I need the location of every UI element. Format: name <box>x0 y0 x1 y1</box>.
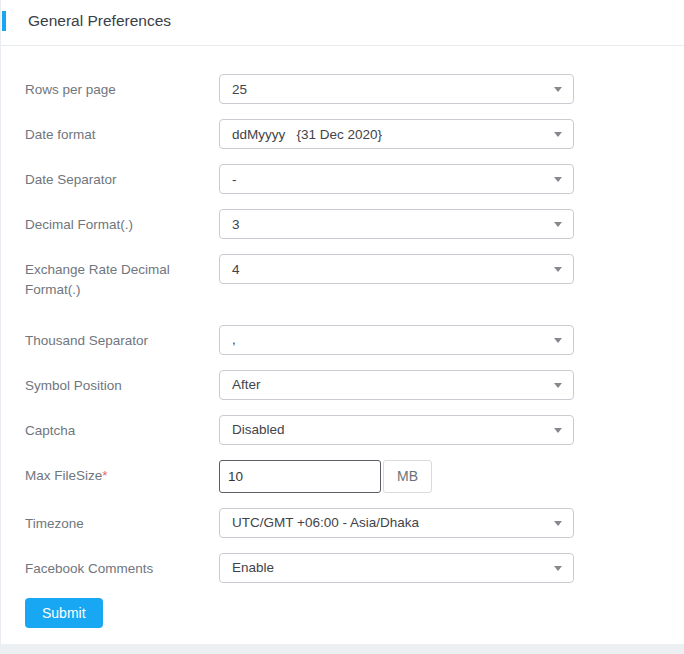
chevron-down-icon <box>554 566 562 571</box>
field-label: Decimal Format(.) <box>25 209 219 235</box>
select-value: 4 <box>232 262 240 277</box>
chevron-down-icon <box>554 132 562 137</box>
field-label-text: Max FileSize <box>25 468 102 483</box>
form-row-facebook-comments: Facebook Comments Enable <box>25 553 660 583</box>
timezone-select[interactable]: UTC/GMT +06:00 - Asia/Dhaka <box>219 508 574 538</box>
select-value: UTC/GMT +06:00 - Asia/Dhaka <box>232 515 419 530</box>
chevron-down-icon <box>554 222 562 227</box>
captcha-select[interactable]: Disabled <box>219 415 574 445</box>
select-value: Disabled <box>232 422 285 437</box>
form-row-timezone: Timezone UTC/GMT +06:00 - Asia/Dhaka <box>25 508 660 538</box>
select-value: 3 <box>232 217 240 232</box>
date-format-select[interactable]: ddMyyyy {31 Dec 2020} <box>219 119 574 149</box>
decimal-format-select[interactable]: 3 <box>219 209 574 239</box>
chevron-down-icon <box>554 428 562 433</box>
chevron-down-icon <box>554 177 562 182</box>
form-row-date-format: Date format ddMyyyy {31 Dec 2020} <box>25 119 660 149</box>
field-label: Rows per page <box>25 74 219 100</box>
chevron-down-icon <box>554 87 562 92</box>
select-value: - <box>232 172 237 187</box>
field-label: Facebook Comments <box>25 553 219 579</box>
chevron-down-icon <box>554 383 562 388</box>
form-row-date-separator: Date Separator - <box>25 164 660 194</box>
exchange-rate-decimal-select[interactable]: 4 <box>219 254 574 284</box>
select-value: , <box>232 332 236 347</box>
general-preferences-card: General Preferences Rows per page 25 Dat… <box>0 0 684 644</box>
chevron-down-icon <box>554 521 562 526</box>
form-row-exchange-rate-decimal: Exchange Rate Decimal Format(.) 4 <box>25 254 660 301</box>
accent-bar <box>2 11 6 31</box>
required-asterisk: * <box>102 468 107 483</box>
select-value: After <box>232 377 261 392</box>
field-label: Max FileSize* <box>25 460 219 486</box>
filesize-unit-addon: MB <box>383 460 432 493</box>
select-value: 25 <box>232 82 247 97</box>
page-title: General Preferences <box>28 12 171 30</box>
select-value: Enable <box>232 560 274 575</box>
max-filesize-input[interactable] <box>219 460 381 493</box>
form-row-decimal-format: Decimal Format(.) 3 <box>25 209 660 239</box>
select-value: ddMyyyy {31 Dec 2020} <box>232 127 382 142</box>
submit-button[interactable]: Submit <box>25 598 103 628</box>
form-row-captcha: Captcha Disabled <box>25 415 660 445</box>
form-row-thousand-separator: Thousand Separator , <box>25 325 660 355</box>
field-label: Captcha <box>25 415 219 441</box>
symbol-position-select[interactable]: After <box>219 370 574 400</box>
field-label: Thousand Separator <box>25 325 219 351</box>
chevron-down-icon <box>554 267 562 272</box>
field-label: Exchange Rate Decimal Format(.) <box>25 254 219 301</box>
facebook-comments-select[interactable]: Enable <box>219 553 574 583</box>
thousand-separator-select[interactable]: , <box>219 325 574 355</box>
chevron-down-icon <box>554 338 562 343</box>
field-label: Timezone <box>25 508 219 534</box>
form-row-symbol-position: Symbol Position After <box>25 370 660 400</box>
submit-row: Submit <box>25 598 660 628</box>
form-row-rows-per-page: Rows per page 25 <box>25 74 660 104</box>
form-row-max-filesize: Max FileSize* MB <box>25 460 660 493</box>
page-background-strip <box>0 644 684 654</box>
preferences-form: Rows per page 25 Date format ddMyyyy {31… <box>1 46 684 628</box>
field-label: Date Separator <box>25 164 219 190</box>
field-label: Symbol Position <box>25 370 219 396</box>
field-label: Date format <box>25 119 219 145</box>
date-separator-select[interactable]: - <box>219 164 574 194</box>
rows-per-page-select[interactable]: 25 <box>219 74 574 104</box>
card-header: General Preferences <box>1 0 684 46</box>
